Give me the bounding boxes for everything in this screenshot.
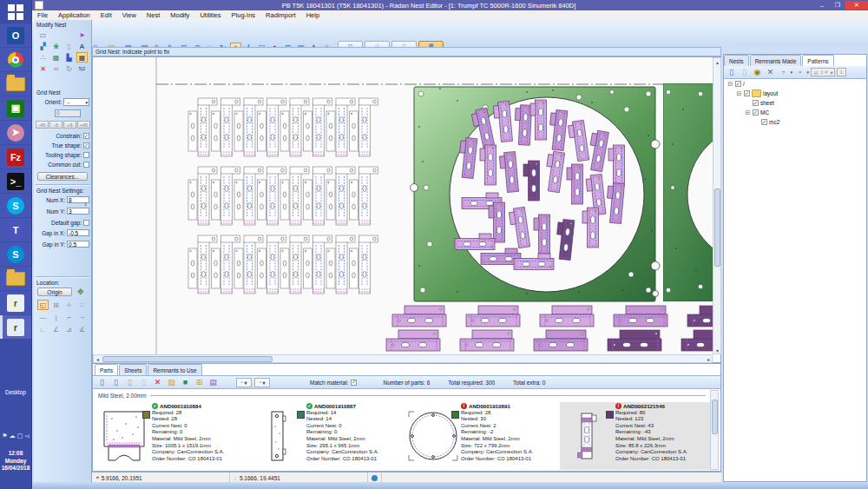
edge-h-icon[interactable]: —	[37, 312, 49, 322]
pick-count-icon[interactable]: ↕	[84, 201, 87, 207]
paste-nest-icon[interactable]: ▯	[63, 41, 75, 51]
parts-scrollbar[interactable]	[710, 390, 719, 470]
tree-checkbox[interactable]: ✓	[735, 81, 741, 87]
minimize-button[interactable]: –	[814, 1, 830, 10]
part-card[interactable]: ✓AND0001910884Required: 28Nested: 28Curr…	[96, 402, 249, 470]
menu-plugins[interactable]: Plug-Ins	[227, 11, 261, 19]
teams-icon[interactable]: T	[0, 218, 31, 241]
scroll-left-icon[interactable]: ◂	[94, 355, 102, 363]
view-mode-icon-dropdown[interactable]: ▾	[790, 67, 792, 78]
ratio-icon[interactable]: 5|2	[76, 63, 88, 74]
tab-patterns[interactable]: Patterns	[802, 55, 833, 66]
import-part-icon[interactable]: ▯	[110, 377, 122, 388]
rotate-icon[interactable]: ↻	[63, 63, 75, 74]
tree-row-layout[interactable]: ⊟✓layout	[724, 89, 866, 98]
part-snap-icon[interactable]: ▞	[37, 41, 49, 51]
angle-input[interactable]	[55, 109, 81, 117]
scale-dropdown-icon[interactable]: ▾	[830, 69, 832, 76]
option-checkbox[interactable]	[83, 162, 89, 168]
sheet-part-2[interactable]	[663, 83, 713, 301]
auto-nest-icon[interactable]: ❀	[50, 41, 62, 51]
corner-tl-icon[interactable]: ⌐	[63, 312, 75, 322]
folder-icon[interactable]	[0, 267, 31, 290]
volume-icon[interactable]: ◅	[24, 433, 29, 439]
exit-nest-icon[interactable]: ➤	[76, 30, 88, 40]
orient-select[interactable]: →▾	[63, 98, 89, 106]
scale2-select[interactable]: 1:	[837, 68, 846, 76]
move-origin-icon[interactable]: ✥	[77, 287, 84, 296]
nest-window-icon[interactable]: ▭	[37, 30, 49, 40]
angle-30-icon[interactable]: ∡	[76, 324, 88, 334]
scroll-down-icon[interactable]: ▾	[713, 347, 721, 354]
fill-mode-icon-dropdown[interactable]: ▾	[806, 67, 809, 78]
menu-application[interactable]: Application	[53, 11, 95, 19]
menu-file[interactable]: File	[32, 11, 53, 19]
snap-grid-icon[interactable]: ⊞	[50, 300, 62, 310]
scroll-right-icon[interactable]: ▸	[705, 355, 713, 363]
flag-icon[interactable]: ⚑	[2, 433, 7, 439]
chrome-icon[interactable]	[0, 48, 31, 71]
v-scroll-thumb[interactable]	[714, 188, 720, 267]
snap-center-icon[interactable]: ⊹	[63, 300, 75, 310]
menu-view[interactable]: View	[117, 11, 141, 19]
network-icon[interactable]: ▢	[17, 433, 23, 439]
expander-icon[interactable]: ⊟	[736, 90, 742, 96]
part-card[interactable]: !AND0002121546Required: 80Nested: 123Cur…	[560, 402, 713, 470]
text-icon[interactable]: A	[76, 41, 88, 51]
close-button[interactable]: ✕	[845, 1, 868, 10]
pack-icon[interactable]: ■	[180, 377, 191, 388]
view-mode-icon[interactable]: ▫▾	[778, 67, 789, 78]
fill-mode-icon[interactable]: ▪▾	[794, 67, 806, 78]
remove-part-icon[interactable]: ✕	[152, 377, 163, 388]
menu-edit[interactable]: Edit	[95, 11, 117, 19]
add-part-icon[interactable]: ▯	[96, 377, 108, 388]
part-card[interactable]: !AND0001910891Required: 28Nested: 30Curr…	[405, 402, 558, 470]
maximize-button[interactable]: ❐	[830, 1, 845, 10]
open-folder-icon[interactable]: ▨	[166, 377, 177, 388]
option-checkbox[interactable]	[83, 152, 89, 158]
menu-modify[interactable]: Modify	[165, 11, 194, 19]
angle-button-p5[interactable]: +5	[63, 121, 76, 129]
angle-button-m45[interactable]: -45	[36, 121, 49, 129]
tab-parts[interactable]: Parts	[95, 364, 118, 375]
menu-nest[interactable]: Nest	[141, 11, 165, 19]
tab-remnants-to-use[interactable]: Remnants to Use	[148, 364, 201, 375]
angle-45-icon[interactable]: ∠	[50, 324, 62, 334]
filezilla-icon[interactable]: Fz	[0, 145, 31, 169]
num-input-y[interactable]	[67, 208, 89, 215]
snap-pattern-icon[interactable]: ∷	[76, 300, 88, 310]
option-checkbox[interactable]: ✓	[83, 142, 89, 149]
parts-scroll-thumb[interactable]	[712, 400, 718, 434]
corner-bl-icon[interactable]: ∟	[37, 324, 49, 334]
snap-corner-icon[interactable]: ◱	[37, 300, 49, 310]
corner-tr-icon[interactable]: ¬	[76, 312, 88, 322]
outlook-icon[interactable]: O	[0, 23, 31, 47]
grid-nest-icon[interactable]: ▦	[76, 52, 88, 63]
menu-help[interactable]: Help	[301, 11, 325, 19]
tree-row-sheet[interactable]: ✓sheet	[724, 98, 866, 108]
tree-row-MC[interactable]: ⊟✓MC	[724, 108, 866, 117]
menu-utilities[interactable]: Utilities	[194, 11, 226, 19]
radan-project-icon[interactable]: r	[0, 291, 31, 314]
copy-pattern-icon[interactable]: ▯	[739, 67, 750, 78]
orient-dropdown-icon[interactable]: ▾	[85, 100, 88, 105]
angle-button-m5[interactable]: -5	[49, 121, 62, 129]
file-explorer-icon[interactable]	[0, 72, 31, 96]
remote-app-icon[interactable]: ➤	[0, 121, 31, 144]
tree-checkbox[interactable]: ✓	[753, 109, 759, 116]
skype-business-icon[interactable]: S	[0, 242, 31, 266]
tab-nests[interactable]: Nests	[724, 55, 749, 66]
lasso-icon[interactable]: ∞	[50, 63, 62, 74]
edit-part-icon[interactable]: ▯	[124, 377, 135, 388]
thumbnail-size-dropdown[interactable]: ▫▾	[236, 378, 252, 387]
menu-radimport[interactable]: Radimport	[260, 11, 301, 19]
green-app-icon[interactable]: ▣	[0, 96, 31, 120]
origin-button[interactable]: Origin	[37, 287, 72, 296]
radan-nest-editor-icon[interactable]: r	[0, 315, 31, 339]
paste-part-icon[interactable]: ▯	[138, 377, 149, 388]
desktop-toolbar-label[interactable]: Desktop	[0, 389, 31, 395]
tree-checkbox[interactable]: ✓	[744, 90, 750, 96]
part-card[interactable]: ✓AND0001910887Required: 14Nested: 14Curr…	[251, 402, 404, 470]
edge-v-icon[interactable]: |	[50, 312, 62, 322]
expander-icon[interactable]: ⊟	[727, 81, 733, 87]
